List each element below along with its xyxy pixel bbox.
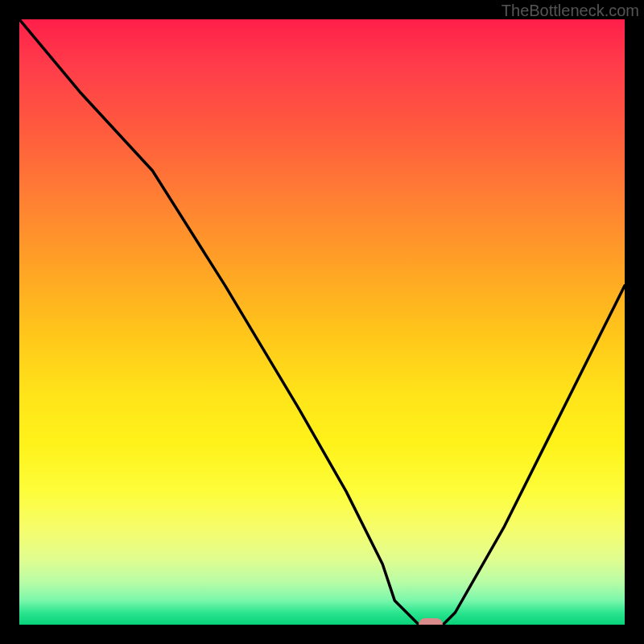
curve-svg xyxy=(19,19,625,625)
plot-area xyxy=(19,19,625,625)
watermark-text: TheBottleneck.com xyxy=(502,2,639,20)
minimum-marker xyxy=(419,618,443,625)
curve-path xyxy=(19,19,625,625)
